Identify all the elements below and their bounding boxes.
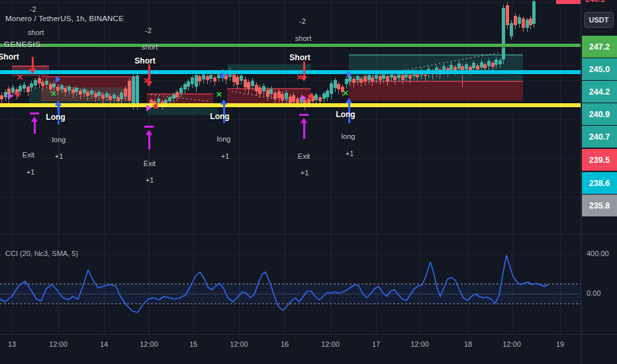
time-axis-label: 13 [8, 340, 16, 348]
right-triangle-icon [301, 95, 307, 101]
marker-signal-label: Long [336, 110, 355, 119]
left-triangle-icon [152, 103, 158, 109]
exit-arrow-bar [30, 113, 39, 114]
price-scale-label: 247.2 [582, 36, 617, 58]
price-scale-label: 235.8 [582, 195, 617, 216]
cci-axis-label: 400.00 [587, 250, 609, 257]
price-scale-label: 239.5 [582, 149, 617, 171]
symbol-title[interactable]: Monero / TetherUS, 1h, BINANCE [5, 15, 124, 23]
marker-signal-label: Short [134, 56, 155, 66]
x-mark-icon: ✕ [216, 90, 222, 99]
time-axis-label: 17 [372, 340, 380, 348]
clipped-price-label: 240.1 [585, 0, 605, 4]
right-triangle-icon [221, 72, 226, 79]
currency-unit-badge[interactable]: USDT [584, 12, 614, 28]
price-scale-label: 238.6 [582, 172, 617, 194]
exit-arrow-stem [34, 121, 36, 134]
right-triangle-icon [347, 71, 352, 77]
time-axis-label: 18 [464, 340, 472, 348]
marker-label: Exit [23, 151, 34, 159]
trade-marker-layer: -2shortShort✕Exit+1✕Longlong+1-2shortSho… [0, 0, 617, 364]
price-scale-label: 240.7 [582, 126, 617, 148]
down-arrow-icon [303, 62, 305, 77]
marker-label: -2 [30, 5, 36, 13]
marker-signal-label: Long [210, 112, 229, 121]
time-axis-label: 12:00 [140, 340, 158, 348]
marker-label: +1 [301, 169, 309, 177]
marker-label: +1 [346, 150, 354, 158]
marker-label: short [142, 43, 158, 51]
marker-signal-label: Short [0, 52, 19, 62]
time-axis-label: 12:00 [502, 340, 521, 348]
marker-label: long [342, 132, 356, 140]
left-triangle-icon [14, 91, 19, 97]
marker-signal-label: Long [46, 113, 65, 122]
price-scale-axis[interactable]: 240.1 USDT 247.2245.0244.2240.9240.7239.… [581, 0, 617, 364]
down-arrow-icon [32, 57, 34, 69]
marker-label: +1 [26, 168, 35, 176]
time-axis-separator [0, 334, 617, 335]
down-arrow-head [29, 69, 36, 74]
marker-label: -2 [145, 26, 152, 34]
time-axis-label: 12:00 [410, 340, 429, 348]
x-mark-icon: ✕ [17, 73, 23, 82]
marker-signal-label: Short [289, 53, 310, 62]
marker-label: short [295, 34, 311, 42]
genesis-line-label: GENESIS [4, 40, 41, 48]
right-triangle-icon [8, 93, 13, 99]
marker-label: long [217, 135, 231, 143]
exit-arrow-stem [148, 134, 150, 150]
time-axis-label: 12:00 [49, 340, 68, 348]
exit-arrow-stem [303, 122, 305, 139]
exit-arrow-bar [144, 126, 154, 128]
x-mark-icon: ✕ [342, 89, 349, 98]
time-axis-label: 15 [189, 340, 197, 348]
marker-label: long [52, 136, 66, 144]
price-scale-label: 245.0 [582, 58, 617, 80]
cci-indicator-title[interactable]: CCI (20, hlc3, SMA, 5) [5, 250, 78, 257]
time-axis[interactable]: 1312:001412:001512:001612:001712:001812:… [0, 334, 617, 364]
time-axis-label: 16 [281, 340, 289, 348]
time-axis-label: 12:00 [230, 340, 248, 348]
marker-label: short [28, 28, 44, 36]
marker-label: Exit [144, 159, 156, 167]
marker-label: +1 [146, 176, 154, 184]
marker-label: +1 [221, 152, 230, 160]
price-scale-label: 240.9 [582, 103, 617, 125]
right-triangle-icon [56, 76, 61, 83]
marker-label: +1 [55, 152, 64, 160]
x-mark-icon: ✕ [296, 73, 303, 82]
pane-separator[interactable] [0, 234, 617, 234]
exit-arrow-bar [299, 114, 308, 116]
x-mark-icon: ✕ [50, 89, 57, 99]
marker-label: Exit [298, 152, 310, 160]
marker-label: -2 [299, 17, 306, 25]
time-axis-label: 12:00 [321, 340, 340, 348]
time-axis-label: 19 [556, 340, 564, 348]
price-scale-label: 244.2 [582, 81, 617, 103]
left-triangle-icon [307, 93, 312, 99]
time-axis-label: 14 [100, 340, 108, 348]
tradingview-chart-window: -2shortShort✕Exit+1✕Longlong+1-2shortSho… [0, 0, 617, 364]
cci-axis-label: 0.00 [587, 289, 600, 297]
right-triangle-icon [146, 105, 152, 111]
x-mark-icon: ✕ [143, 76, 150, 85]
